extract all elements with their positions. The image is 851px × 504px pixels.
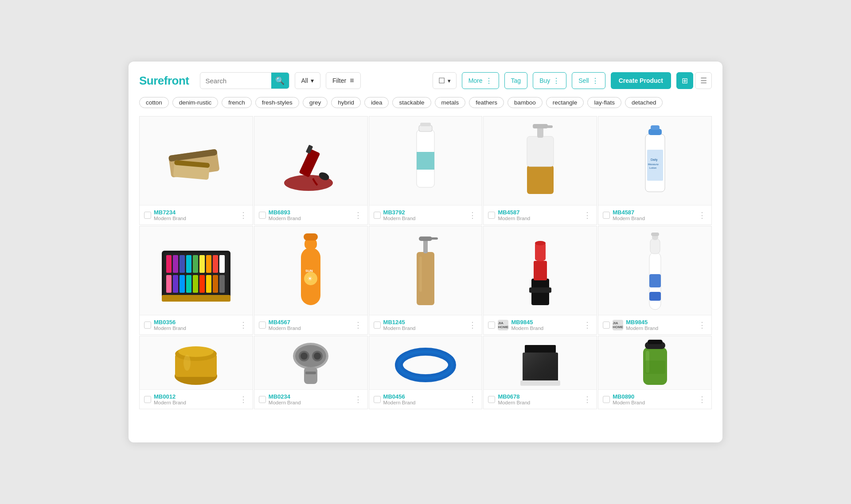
- product-footer-mb4587a: MB4587 Modern Brand ⋮: [484, 205, 597, 225]
- product-id-p13[interactable]: MB0456: [383, 393, 465, 400]
- product-checkbox-p11[interactable]: [144, 396, 151, 403]
- product-image-mb4587a[interactable]: [484, 116, 597, 205]
- product-menu-p14[interactable]: ⋮: [582, 395, 592, 403]
- product-checkbox-mb9845b[interactable]: [603, 322, 610, 329]
- buy-button[interactable]: Buy ⋮: [533, 72, 566, 89]
- product-menu-mb4587b[interactable]: ⋮: [697, 211, 707, 219]
- tag-chip-lay-flats[interactable]: lay-flats: [587, 97, 621, 108]
- product-menu-p15[interactable]: ⋮: [697, 395, 707, 403]
- soap-image: [160, 139, 231, 183]
- product-footer-p11: MB0012 Modern Brand ⋮: [140, 389, 253, 409]
- tag-button[interactable]: Tag: [504, 72, 528, 89]
- product-id-p14[interactable]: MB0678: [498, 393, 580, 400]
- product-id-mb3792[interactable]: MB3792: [383, 209, 465, 216]
- product-menu-mb4567[interactable]: ⋮: [353, 321, 363, 329]
- product-menu-mb7234[interactable]: ⋮: [238, 211, 248, 219]
- product-image-mb1245[interactable]: [369, 226, 482, 315]
- search-button[interactable]: 🔍: [271, 72, 289, 89]
- product-menu-mb1245[interactable]: ⋮: [468, 321, 477, 329]
- tag-chip-cotton[interactable]: cotton: [139, 97, 169, 108]
- product-menu-p11[interactable]: ⋮: [238, 395, 248, 403]
- tag-chip-bamboo[interactable]: bamboo: [507, 97, 543, 108]
- product-menu-mb3792[interactable]: ⋮: [468, 211, 477, 219]
- product-image-p11[interactable]: [140, 336, 253, 389]
- filter-icon: ≡: [350, 77, 354, 85]
- svg-rect-13: [527, 136, 554, 167]
- tag-chip-denim-rustic[interactable]: denim-rustic: [172, 97, 219, 108]
- product-image-mb3792[interactable]: [369, 116, 482, 205]
- product-menu-p13[interactable]: ⋮: [468, 395, 477, 403]
- product-image-mb4587b[interactable]: Daily Moisturiz Lotion: [598, 116, 711, 205]
- product-checkbox-mb9845a[interactable]: [488, 322, 495, 329]
- product-id-mb0356[interactable]: MB0356: [154, 319, 236, 326]
- product-id-p12[interactable]: MB0234: [269, 393, 351, 400]
- product-checkbox-mb0356[interactable]: [144, 322, 151, 329]
- tag-chip-rectangle[interactable]: rectangle: [546, 97, 584, 108]
- sell-button[interactable]: Sell ⋮: [572, 72, 605, 89]
- product-id-p15[interactable]: MB0890: [613, 393, 695, 400]
- svg-rect-55: [419, 256, 422, 292]
- product-checkbox-p13[interactable]: [374, 396, 381, 403]
- product-id-mb9845b[interactable]: MB9845: [626, 319, 695, 326]
- product-checkbox-p14[interactable]: [488, 396, 495, 403]
- product-image-mb9845b[interactable]: [598, 226, 711, 315]
- tag-chip-detached[interactable]: detached: [625, 97, 663, 108]
- all-dropdown[interactable]: All ▾: [295, 72, 321, 89]
- product-id-mb1245[interactable]: MB1245: [383, 319, 465, 326]
- product-menu-mb6893[interactable]: ⋮: [353, 211, 363, 219]
- filter-button[interactable]: Filter ≡: [326, 72, 360, 89]
- tag-chip-hybrid[interactable]: hybrid: [331, 97, 361, 108]
- product-info-mb4567: MB4567 Modern Brand: [269, 319, 351, 331]
- tag-chip-metals[interactable]: metals: [435, 97, 466, 108]
- tag-chip-grey[interactable]: grey: [303, 97, 328, 108]
- list-view-button[interactable]: ☰: [695, 72, 712, 89]
- product-id-mb7234[interactable]: MB7234: [154, 209, 236, 216]
- product-checkbox-mb1245[interactable]: [374, 322, 381, 329]
- search-input[interactable]: [200, 77, 271, 85]
- product-image-mb0356[interactable]: [140, 226, 253, 315]
- tag-chip-stackable[interactable]: stackable: [392, 97, 431, 108]
- product-cell-mb4567: ☀ SUN MB4567 Modern Brand ⋮: [254, 226, 368, 335]
- product-id-mb4587a[interactable]: MB4587: [498, 209, 580, 216]
- product-checkbox-p15[interactable]: [603, 396, 610, 403]
- product-info-mb0356: MB0356 Modern Brand: [154, 319, 236, 331]
- product-image-mb4567[interactable]: ☀ SUN: [254, 226, 367, 315]
- product-checkbox-mb6893[interactable]: [259, 212, 266, 219]
- product-id-p11[interactable]: MB0012: [154, 393, 236, 400]
- product-image-p14[interactable]: [484, 336, 597, 389]
- select-all-checkbox-btn[interactable]: ☐ ▾: [433, 72, 457, 89]
- tag-chip-idea[interactable]: idea: [364, 97, 389, 108]
- buy-label: Buy: [539, 77, 550, 84]
- product-checkbox-p12[interactable]: [259, 396, 266, 403]
- product-checkbox-mb4587b[interactable]: [603, 212, 610, 219]
- product-image-mb9845a[interactable]: [484, 226, 597, 315]
- create-product-button[interactable]: Create Product: [611, 72, 671, 89]
- product-checkbox-mb4567[interactable]: [259, 322, 266, 329]
- product-checkbox-mb4587a[interactable]: [488, 212, 495, 219]
- product-image-p12[interactable]: [254, 336, 367, 389]
- tag-chip-french[interactable]: french: [222, 97, 252, 108]
- svg-point-61: [535, 241, 546, 245]
- more-button[interactable]: More ⋮: [462, 72, 499, 89]
- product-image-p13[interactable]: [369, 336, 482, 389]
- product-id-mb4567[interactable]: MB4567: [269, 319, 351, 326]
- tube-image: [408, 121, 443, 201]
- product-id-mb6893[interactable]: MB6893: [269, 209, 351, 216]
- product-checkbox-mb7234[interactable]: [144, 212, 151, 219]
- product-image-mb7234[interactable]: [140, 116, 253, 205]
- product-id-mb4587b[interactable]: MB4587: [613, 209, 695, 216]
- product-image-mb6893[interactable]: [254, 116, 367, 205]
- lotion-image: Daily Moisturiz Lotion: [637, 121, 673, 201]
- product-id-mb9845a[interactable]: MB9845: [511, 319, 580, 326]
- product-checkbox-mb3792[interactable]: [374, 212, 381, 219]
- product-menu-mb4587a[interactable]: ⋮: [582, 211, 592, 219]
- product-menu-p12[interactable]: ⋮: [353, 395, 363, 403]
- grid-view-button[interactable]: ⊞: [676, 72, 693, 89]
- product-menu-mb0356[interactable]: ⋮: [238, 321, 248, 329]
- product-menu-mb9845a[interactable]: ⋮: [582, 321, 592, 329]
- product-image-p15[interactable]: [598, 336, 711, 389]
- product-menu-mb9845b[interactable]: ⋮: [697, 321, 707, 329]
- tag-chip-feathers[interactable]: feathers: [469, 97, 504, 108]
- svg-text:Daily: Daily: [651, 158, 658, 162]
- tag-chip-fresh-styles[interactable]: fresh-styles: [255, 97, 299, 108]
